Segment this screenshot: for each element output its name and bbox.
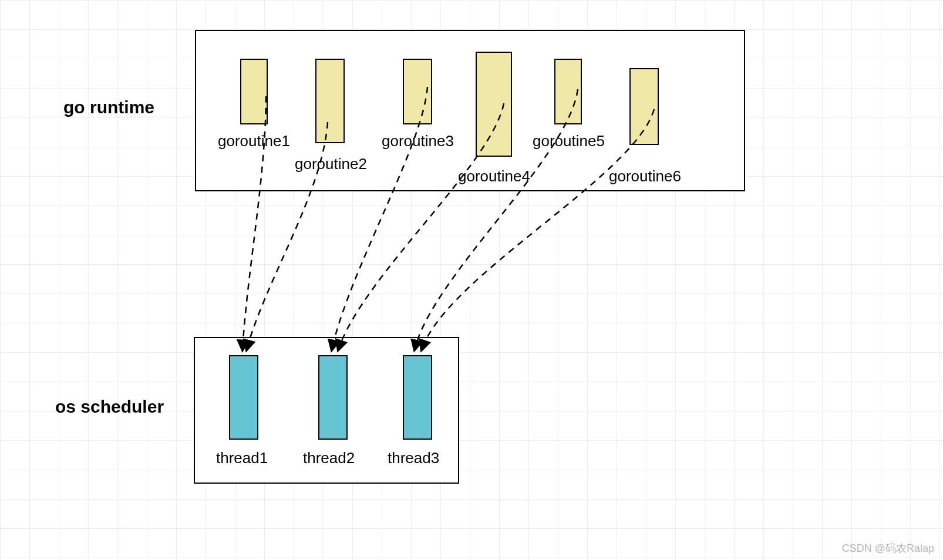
thread1-label: thread1 (216, 449, 268, 467)
goroutine3-box (403, 59, 432, 124)
goroutine1-box (240, 59, 268, 124)
scheduler-label: os scheduler (55, 397, 164, 417)
goroutine5-box (554, 59, 582, 124)
goroutine1-label: goroutine1 (218, 132, 290, 150)
diagram-canvas: go runtime os scheduler goroutine1 gorou… (0, 0, 943, 560)
goroutine4-box (476, 52, 512, 157)
goroutine4-label: goroutine4 (458, 167, 530, 185)
thread2-label: thread2 (303, 449, 355, 467)
goroutine2-box (315, 59, 345, 143)
watermark: CSDN @码农Ralap (842, 541, 934, 555)
thread3-box (403, 355, 432, 440)
goroutine5-label: goroutine5 (533, 132, 605, 150)
runtime-label: go runtime (63, 97, 154, 117)
goroutine6-box (629, 68, 659, 145)
goroutine2-label: goroutine2 (295, 155, 367, 173)
thread3-label: thread3 (388, 449, 439, 467)
goroutine6-label: goroutine6 (609, 167, 681, 185)
thread1-box (229, 355, 258, 440)
thread2-box (318, 355, 348, 440)
goroutine3-label: goroutine3 (382, 132, 454, 150)
